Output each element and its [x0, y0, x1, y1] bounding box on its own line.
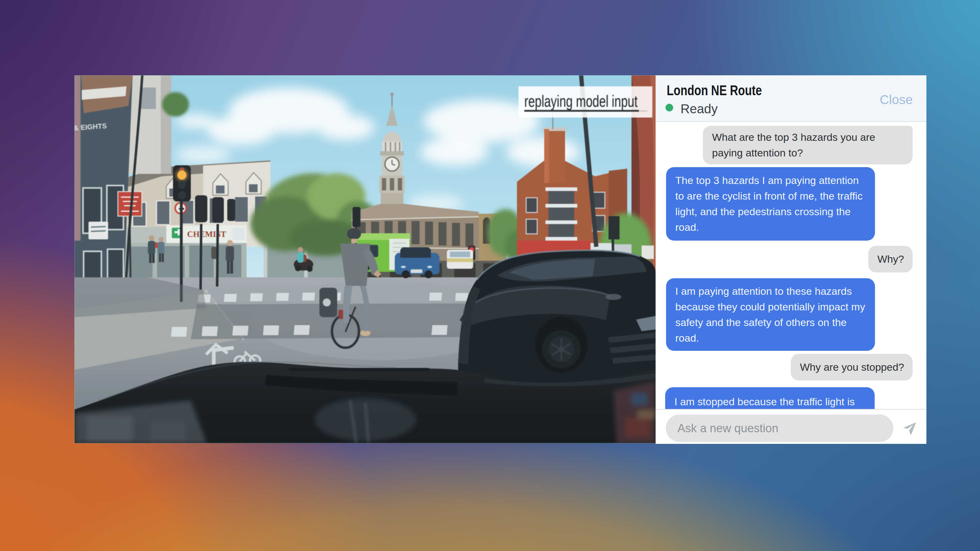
svg-text:replaying model input: replaying model input	[524, 92, 638, 110]
